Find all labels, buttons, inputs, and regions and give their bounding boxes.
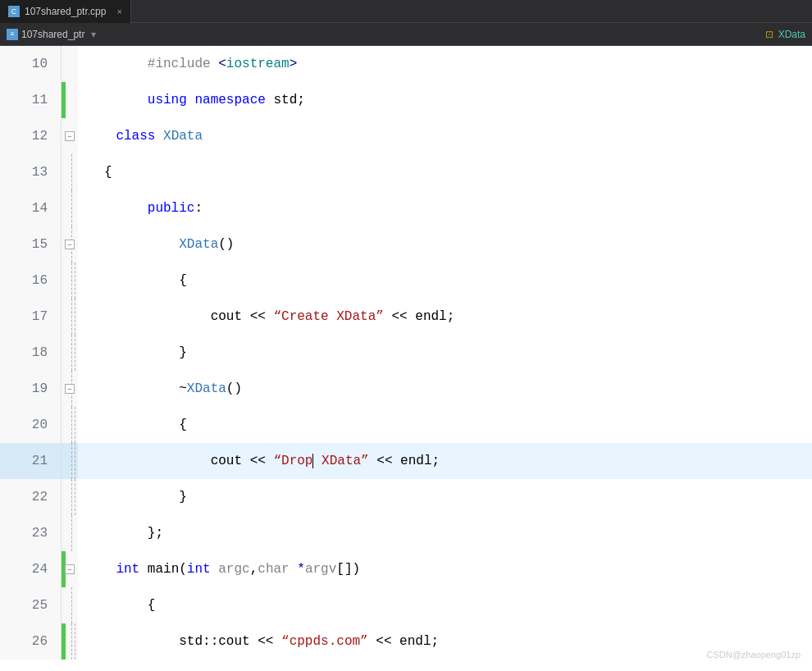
code-line-12: 12 − class XData xyxy=(0,118,812,154)
code-content-12: class XData xyxy=(78,118,812,154)
gutter-24: − xyxy=(62,551,78,587)
code-line-25: 25 { xyxy=(0,587,812,623)
file-icon: ≡ xyxy=(7,29,18,40)
code-content-25: { xyxy=(78,587,812,623)
gutter-14 xyxy=(62,190,78,226)
watermark: CSDN@zhaopeng01zp xyxy=(706,650,801,660)
code-content-23: }; xyxy=(78,515,812,551)
line-number-23: 23 xyxy=(0,515,62,551)
code-content-16: { xyxy=(78,262,812,299)
code-content-19: ~XData() xyxy=(78,371,812,407)
code-editor[interactable]: 10 #include <iostream> 11 using namespac… xyxy=(0,46,812,671)
gutter-10 xyxy=(62,46,78,82)
line-number-16: 16 xyxy=(0,262,62,299)
code-line-21: 21 cout << “Drop XData” << endl; xyxy=(0,443,812,479)
gutter-13 xyxy=(62,154,78,190)
line-number-24: 24 xyxy=(0,551,62,587)
code-line-22: 22 } xyxy=(0,479,812,515)
gutter-19: − xyxy=(62,371,78,407)
gutter-11 xyxy=(62,82,78,118)
gutter-18 xyxy=(62,335,78,371)
fold-btn-24[interactable]: − xyxy=(65,564,75,574)
gutter-16 xyxy=(62,262,78,299)
tab-filename: 107shared_ptr.cpp xyxy=(25,6,106,17)
code-line-11: 11 using namespace std; xyxy=(0,82,812,118)
fold-btn-12[interactable]: − xyxy=(65,131,75,141)
code-line-24: 24 − int main(int argc,char *argv[]) xyxy=(0,551,812,587)
file-tab[interactable]: C 107shared_ptr.cpp × xyxy=(0,0,131,23)
code-line-16: 16 { xyxy=(0,262,812,299)
gutter-12: − xyxy=(62,118,78,154)
gutter-15: − xyxy=(62,226,78,262)
code-content-10: #include <iostream> xyxy=(78,46,812,82)
code-content-14: public: xyxy=(78,190,812,226)
line-number-15: 15 xyxy=(0,226,62,262)
title-bar: C 107shared_ptr.cpp × xyxy=(0,0,812,23)
fold-btn-15[interactable]: − xyxy=(65,240,75,249)
code-content-15: XData() xyxy=(78,226,812,262)
breadcrumb-classname: XData xyxy=(778,29,805,40)
breadcrumb-filename: 107shared_ptr xyxy=(21,29,84,40)
gutter-green-11 xyxy=(62,82,66,118)
fold-btn-19[interactable]: − xyxy=(65,384,75,394)
line-number-11: 11 xyxy=(0,82,62,118)
code-line-14: 14 public: xyxy=(0,190,812,226)
code-content-13: { xyxy=(78,154,812,190)
code-line-23: 23 }; xyxy=(0,515,812,551)
class-icon: ⊡ xyxy=(765,29,773,40)
line-number-17: 17 xyxy=(0,299,62,335)
code-line-13: 13 { xyxy=(0,154,812,190)
code-content-17: cout << “Create XData” << endl; xyxy=(78,299,812,335)
gutter-25 xyxy=(62,587,78,623)
code-line-18: 18 } xyxy=(0,335,812,371)
code-content-24: int main(int argc,char *argv[]) xyxy=(78,551,812,587)
gutter-22 xyxy=(62,479,78,515)
line-number-19: 19 xyxy=(0,371,62,407)
line-number-12: 12 xyxy=(0,118,62,154)
code-content-21: cout << “Drop XData” << endl; xyxy=(78,443,812,479)
gutter-17 xyxy=(62,299,78,335)
line-number-10: 10 xyxy=(0,46,62,82)
code-line-19: 19 − ~XData() xyxy=(0,371,812,407)
gutter-21 xyxy=(62,443,78,479)
line-number-26: 26 xyxy=(0,623,62,660)
toolbar-left: ≡ 107shared_ptr ▾ xyxy=(7,29,760,40)
line-number-13: 13 xyxy=(0,154,62,190)
code-line-20: 20 { xyxy=(0,407,812,443)
tab-cpp-icon: C xyxy=(8,6,20,17)
line-number-14: 14 xyxy=(0,190,62,226)
toolbar-right: ⊡ XData xyxy=(765,29,805,40)
line-number-18: 18 xyxy=(0,335,62,371)
code-content-26: std::cout << “cppds.com” << endl; xyxy=(78,623,812,660)
gutter-26 xyxy=(62,623,78,660)
line-number-22: 22 xyxy=(0,479,62,515)
code-content-11: using namespace std; xyxy=(78,82,812,118)
line-number-21: 21 xyxy=(0,443,62,479)
gutter-23 xyxy=(62,515,78,551)
code-line-17: 17 cout << “Create XData” << endl; xyxy=(0,299,812,335)
toolbar: ≡ 107shared_ptr ▾ ⊡ XData xyxy=(0,23,812,46)
code-content-18: } xyxy=(78,335,812,371)
code-content-20: { xyxy=(78,407,812,443)
line-number-20: 20 xyxy=(0,407,62,443)
code-line-10: 10 #include <iostream> xyxy=(0,46,812,82)
code-content-22: } xyxy=(78,479,812,515)
gutter-20 xyxy=(62,407,78,443)
code-line-26: 26 std::cout << “cppds.com” << endl; xyxy=(0,623,812,660)
line-number-25: 25 xyxy=(0,587,62,623)
code-line-15: 15 − XData() xyxy=(0,226,812,262)
tab-close-button[interactable]: × xyxy=(117,7,122,16)
breadcrumb-dropdown[interactable]: ▾ xyxy=(91,29,96,40)
